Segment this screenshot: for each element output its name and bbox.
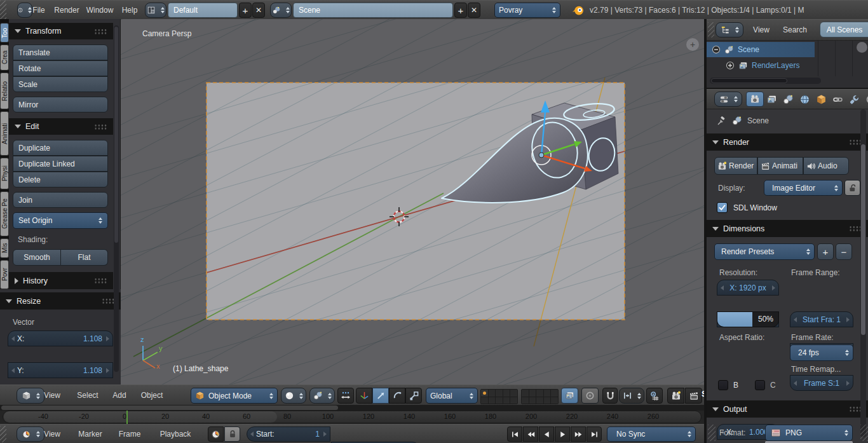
tab-world-icon[interactable]	[799, 94, 810, 105]
properties-scrollbar[interactable]	[860, 109, 866, 437]
display-select[interactable]: Image Editor	[764, 180, 843, 196]
toolshelf-tab-misc[interactable]: Mis	[0, 238, 9, 258]
render-engine-select[interactable]: Povray	[494, 3, 560, 18]
toolshelf-tab-povray[interactable]: Povr	[0, 260, 9, 289]
tab-render[interactable]	[746, 92, 764, 107]
play-button[interactable]	[555, 426, 570, 442]
layer-cell[interactable]	[510, 390, 517, 397]
layer-cell[interactable]	[489, 397, 496, 404]
toolshelf-tab-grease-pencil[interactable]: Grease Pe	[0, 191, 9, 236]
frame-step-field[interactable]: Frame S:1	[790, 375, 853, 391]
horizontal-window-divider[interactable]	[705, 88, 868, 89]
viewport-canvas[interactable]	[121, 19, 705, 385]
corner-grip[interactable]	[708, 22, 714, 37]
outliner-row-renderlayers[interactable]: RenderLayers	[707, 58, 815, 73]
outliner-vscroll-dot[interactable]	[857, 42, 867, 53]
corner-grip[interactable]	[860, 425, 868, 441]
set-origin-menu[interactable]: Set Origin	[13, 212, 108, 229]
duplicate-linked-button[interactable]: Duplicate Linked	[13, 156, 108, 172]
time-toggle-button[interactable]	[208, 426, 224, 442]
lock-frame-button[interactable]	[224, 426, 240, 442]
outliner-row-scene[interactable]: Scene	[707, 42, 815, 57]
panel-grip-icon[interactable]	[94, 29, 107, 34]
close-scene-button[interactable]: ✕	[468, 3, 480, 18]
crop-checkbox[interactable]	[755, 380, 765, 390]
resize-x-field[interactable]: X:1.108	[8, 331, 113, 346]
prev-keyframe-button[interactable]	[523, 426, 538, 442]
scale-button[interactable]: Scale	[13, 76, 108, 92]
tab-object-icon[interactable]	[816, 94, 827, 105]
panel-header-edit[interactable]: Edit	[9, 118, 113, 135]
scrollbar-handle[interactable]	[861, 144, 865, 335]
menu-select[interactable]: Select	[71, 386, 104, 405]
window-corner-grip[interactable]	[0, 1, 6, 20]
shade-flat-button[interactable]: Flat	[61, 249, 108, 266]
region-expand-widget[interactable]: +	[686, 38, 699, 51]
outliner-hscrollbar[interactable]	[710, 78, 821, 84]
play-reverse-button[interactable]	[539, 426, 554, 442]
screen-layout-field[interactable]: Default	[168, 3, 238, 18]
layer-cell-active[interactable]	[481, 390, 488, 397]
panel-header-render[interactable]: Render	[707, 133, 868, 151]
collapse-minus-icon[interactable]	[712, 45, 721, 54]
orientation-select[interactable]: Global	[426, 388, 478, 404]
menu-file[interactable]: File	[29, 1, 48, 20]
toolshelf-tab-create[interactable]: Crea	[0, 44, 9, 71]
layer-cell[interactable]	[496, 390, 503, 397]
toolshelf-scrollbar[interactable]	[114, 25, 119, 372]
menu-window[interactable]: Window	[84, 1, 116, 20]
layers-grid-1[interactable]	[480, 389, 518, 404]
resolution-percent-slider[interactable]: 50%	[717, 311, 779, 327]
manipulator-axes-button[interactable]	[356, 388, 372, 404]
render-still-button[interactable]: Render	[714, 157, 757, 175]
snap-toggle[interactable]	[602, 388, 618, 404]
layers-grid-2[interactable]	[521, 389, 559, 404]
corner-grip[interactable]	[708, 425, 715, 441]
layer-cell[interactable]	[544, 397, 551, 404]
toolshelf-tab-relations[interactable]: Relatio	[0, 72, 9, 109]
current-frame-line[interactable]	[126, 411, 128, 424]
toolshelf-tab-physics[interactable]: Physi	[0, 158, 9, 189]
layer-cell[interactable]	[489, 390, 496, 397]
outliner-item-label[interactable]: Scene	[738, 45, 759, 54]
sdl-window-checkbox[interactable]	[717, 202, 728, 213]
close-layout-button[interactable]: ✕	[252, 3, 265, 18]
toolshelf-tab-animation[interactable]: Animati	[0, 111, 9, 156]
resolution-x-field[interactable]: X: 1920 px	[717, 280, 779, 296]
vertical-window-divider[interactable]	[704, 19, 705, 443]
timeline-hscroll-handle[interactable]	[1, 406, 338, 410]
layer-cell[interactable]	[503, 397, 510, 404]
outliner-item-label[interactable]: RenderLayers	[752, 61, 799, 70]
lock-to-scene-toggle[interactable]	[561, 388, 578, 404]
layer-cell[interactable]	[522, 390, 529, 397]
render-presets-select[interactable]: Render Presets	[714, 243, 815, 260]
toolshelf-tab-tools[interactable]: Too	[0, 23, 9, 43]
jump-to-start-button[interactable]	[507, 426, 522, 442]
proportional-edit-toggle[interactable]	[581, 388, 599, 404]
add-layout-button[interactable]: +	[239, 3, 252, 18]
preset-add-button[interactable]: +	[817, 243, 834, 260]
preset-remove-button[interactable]: −	[836, 243, 852, 260]
menu-playback[interactable]: Playback	[154, 425, 196, 443]
frame-rate-select[interactable]: 24 fps	[790, 344, 853, 361]
scene-name-field[interactable]: Scene	[293, 3, 453, 18]
rotate-manipulator-button[interactable]	[389, 388, 405, 404]
layer-cell[interactable]	[536, 390, 543, 397]
layer-cell[interactable]	[551, 397, 558, 404]
panel-header-transform[interactable]: Transform	[9, 23, 113, 39]
border-checkbox[interactable]	[718, 380, 728, 390]
layer-cell[interactable]	[503, 390, 510, 397]
timeline-scroll-strip[interactable]	[0, 405, 705, 411]
window-corner-grip[interactable]	[0, 426, 6, 442]
translate-manipulator-button[interactable]	[372, 388, 389, 404]
layer-cell[interactable]	[522, 397, 529, 404]
mirror-button[interactable]: Mirror	[13, 97, 108, 112]
duplicate-button[interactable]: Duplicate	[13, 140, 108, 156]
scrollbar-handle[interactable]	[114, 27, 118, 243]
menu-view[interactable]: View	[39, 386, 65, 405]
rotate-button[interactable]: Rotate	[13, 60, 108, 76]
scene-browse-button[interactable]	[270, 3, 292, 18]
viewport-3d[interactable]: Camera Persp z y x (1) Lathe_shape +	[121, 19, 705, 385]
menu-view[interactable]: View	[749, 20, 774, 39]
layer-cell[interactable]	[481, 397, 488, 404]
